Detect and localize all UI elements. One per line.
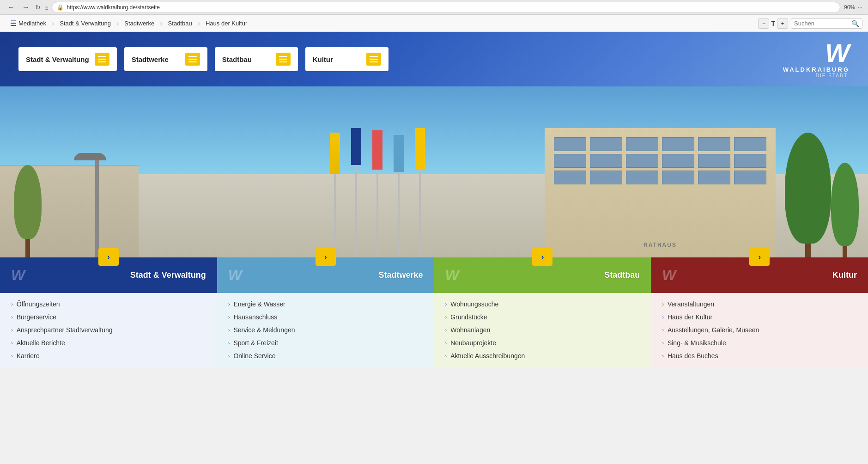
- card-header-stadtwerke: › W Stadtwerke: [217, 257, 434, 293]
- header-nav-buttons: Stadt & Verwaltung Stadtwerke Stadtbau: [18, 47, 774, 71]
- back-button[interactable]: ←: [6, 3, 17, 12]
- chevron-icon: ›: [11, 353, 13, 359]
- card-links-stadtbau: › Wohnungssuche › Grundstücke › Wohnanla…: [434, 293, 651, 367]
- nav-item-stadtwerke-label: Stadtwerke: [124, 20, 154, 27]
- card-title-stadtbau: Stadtbau: [604, 270, 640, 280]
- card-links-stadt: › Öffnungszeiten › Bürgerservice › Anspr…: [0, 293, 217, 367]
- menu-line: [279, 56, 287, 57]
- card-link-kultur-0[interactable]: › Veranstaltungen: [662, 300, 857, 308]
- chevron-icon: ›: [11, 340, 13, 346]
- search-box[interactable]: 🔍: [791, 18, 862, 29]
- more-button[interactable]: ···: [858, 4, 862, 11]
- card-header-kultur: › W Kultur: [651, 257, 868, 293]
- menu-line: [370, 61, 378, 62]
- text-size-minus[interactable]: −: [758, 18, 769, 29]
- header-btn-kultur[interactable]: Kultur: [305, 47, 388, 71]
- card-link-stadtwerke-3[interactable]: › Sport & Freizeit: [228, 339, 423, 347]
- hero-tree-right2: [831, 163, 859, 257]
- logo-name: WALDKRAIBURG: [783, 66, 850, 73]
- card-arrow-stadtbau[interactable]: ›: [532, 248, 552, 266]
- card-link-stadt-2[interactable]: › Ansprechpartner Stadtverwaltung: [11, 326, 206, 334]
- chevron-icon: ›: [445, 314, 447, 320]
- card-link-label: Haus des Buches: [668, 352, 718, 360]
- card-links-stadtwerke: › Energie & Wasser › Hausanschluss › Ser…: [217, 293, 434, 367]
- card-link-label: Wohnungssuche: [450, 300, 498, 308]
- menu-line: [370, 59, 378, 60]
- chevron-icon: ›: [228, 301, 230, 307]
- card-link-stadtbau-1[interactable]: › Grundstücke: [445, 313, 640, 321]
- flag-1: [330, 133, 340, 257]
- header-btn-stadtbau[interactable]: Stadtbau: [215, 47, 298, 71]
- card-links-kultur: › Veranstaltungen › Haus der Kultur › Au…: [651, 293, 868, 367]
- header-btn-stadtbau-label: Stadtbau: [222, 55, 252, 63]
- logo-w: W: [825, 40, 850, 66]
- card-title-kultur: Kultur: [832, 270, 857, 280]
- card-link-stadtbau-0[interactable]: › Wohnungssuche: [445, 300, 640, 308]
- card-arrow-kultur[interactable]: ›: [749, 248, 770, 266]
- text-size-label: T: [771, 20, 775, 27]
- card-link-stadt-4[interactable]: › Karriere: [11, 352, 206, 360]
- menu-line: [279, 61, 287, 62]
- card-link-stadt-0[interactable]: › Öffnungszeiten: [11, 300, 206, 308]
- card-link-kultur-4[interactable]: › Haus des Buches: [662, 352, 857, 360]
- menu-icon-stadt: [95, 53, 109, 66]
- home-button[interactable]: ⌂: [44, 4, 48, 11]
- address-bar[interactable]: 🔒: [52, 2, 840, 13]
- search-button[interactable]: 🔍: [851, 20, 859, 27]
- card-link-stadt-1[interactable]: › Bürgerservice: [11, 313, 206, 321]
- chevron-icon: ›: [228, 340, 230, 346]
- chevron-icon: ›: [228, 353, 230, 359]
- card-arrow-stadtwerke[interactable]: ›: [316, 248, 336, 266]
- menu-line: [98, 61, 106, 62]
- site-header: Stadt & Verwaltung Stadtwerke Stadtbau: [0, 32, 868, 86]
- card-stadtwerke: › W Stadtwerke › Energie & Wasser › Haus…: [217, 257, 434, 367]
- nav-item-stadt[interactable]: Stadt & Verwaltung: [55, 20, 115, 27]
- menu-line: [370, 56, 378, 57]
- hero-scene: RATHAUS: [0, 86, 868, 257]
- url-input[interactable]: [67, 4, 835, 11]
- card-link-stadtwerke-4[interactable]: › Online Service: [228, 352, 423, 360]
- refresh-button[interactable]: ↻: [35, 4, 41, 11]
- nav-item-stadtwerke[interactable]: Stadtwerke: [120, 20, 159, 27]
- nav-item-hausderkultur[interactable]: Haus der Kultur: [201, 20, 252, 27]
- card-link-stadtwerke-2[interactable]: › Service & Meldungen: [228, 326, 423, 334]
- card-link-label: Ansprechpartner Stadtverwaltung: [17, 326, 113, 334]
- hero-tree-left: [14, 165, 42, 257]
- card-logo-stadt: W: [11, 267, 25, 284]
- security-icon: 🔒: [57, 4, 64, 11]
- card-link-stadtbau-2[interactable]: › Wohnanlagen: [445, 326, 640, 334]
- search-input[interactable]: [794, 20, 850, 27]
- nav-sep-3: ›: [160, 19, 162, 28]
- card-link-kultur-2[interactable]: › Ausstellungen, Galerie, Museen: [662, 326, 857, 334]
- chevron-icon: ›: [445, 353, 447, 359]
- card-link-stadtwerke-0[interactable]: › Energie & Wasser: [228, 300, 423, 308]
- header-btn-stadt[interactable]: Stadt & Verwaltung: [18, 47, 117, 71]
- header-btn-stadtwerke[interactable]: Stadtwerke: [124, 47, 207, 71]
- card-link-label: Ausstellungen, Galerie, Museen: [668, 326, 759, 334]
- nav-item-stadtbau[interactable]: Stadtbau: [164, 20, 197, 27]
- card-link-label: Online Service: [233, 352, 275, 360]
- browser-toolbar-right: 90% ···: [844, 4, 862, 11]
- card-link-stadt-3[interactable]: › Aktuelle Berichte: [11, 339, 206, 347]
- nav-mediathek[interactable]: ☰ Mediathek: [6, 19, 51, 28]
- card-title-stadtwerke: Stadtwerke: [378, 270, 423, 280]
- chevron-icon: ›: [11, 314, 13, 320]
- hero-image: RATHAUS: [0, 86, 868, 257]
- chevron-icon: ›: [662, 353, 664, 359]
- menu-line: [188, 56, 197, 57]
- chevron-icon: ›: [228, 314, 230, 320]
- nav-sep-2: ›: [116, 19, 119, 28]
- card-link-stadtbau-4[interactable]: › Aktuelle Ausschreibungen: [445, 352, 640, 360]
- card-link-kultur-3[interactable]: › Sing- & Musikschule: [662, 339, 857, 347]
- card-link-stadtwerke-1[interactable]: › Hausanschluss: [228, 313, 423, 321]
- menu-icon-stadtwerke: [185, 53, 200, 66]
- card-link-kultur-1[interactable]: › Haus der Kultur: [662, 313, 857, 321]
- chevron-icon: ›: [662, 327, 664, 333]
- card-link-stadtbau-3[interactable]: › Neubauprojekte: [445, 339, 640, 347]
- card-arrow-stadt[interactable]: ›: [98, 248, 119, 266]
- forward-button[interactable]: →: [20, 3, 31, 12]
- menu-line: [98, 59, 106, 60]
- browser-chrome: ← → ↻ ⌂ 🔒 90% ···: [0, 0, 868, 15]
- text-size-plus[interactable]: +: [777, 18, 788, 29]
- chevron-icon: ›: [11, 301, 13, 307]
